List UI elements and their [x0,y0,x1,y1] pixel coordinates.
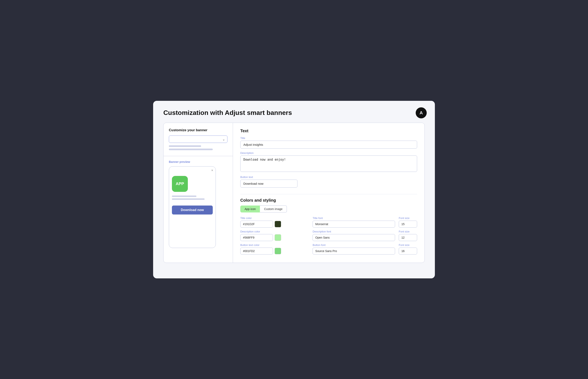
description-label: Description [240,151,417,155]
tab-app-icon[interactable]: App icon [240,205,260,212]
btn-size-group: Font size [399,243,417,254]
title-font-input[interactable] [313,221,395,228]
left-panel: Customize your banner ⌄ Banner preview ×… [163,123,233,263]
title-color-input[interactable] [240,221,273,228]
title-size-group: Font size [399,217,417,228]
skeleton-line-short [169,145,201,147]
btn-color-input[interactable] [240,248,273,254]
desc-font-label: Description font [313,230,395,233]
btn-font-group: Button font [313,243,395,254]
btn-font-label: Button font [313,243,395,247]
title-font-size-label: Font size [399,217,417,220]
desc-color-input[interactable] [240,234,273,241]
text-section-heading: Text [240,128,417,133]
title-label: Title [240,137,417,140]
skeleton-line-medium [169,149,213,150]
customize-title: Customize your banner [169,128,227,132]
close-icon[interactable]: × [211,169,213,172]
btn-color-label: Button text color [240,243,309,247]
desc-font-size-label: Font size [399,230,417,233]
banner-dropdown[interactable] [169,136,227,143]
desc-font-size-input[interactable] [399,234,417,241]
title-color-group: Title color [240,217,309,228]
page-title: Customization with Adjust smart banners [163,109,425,117]
desc-color-label: Description color [240,230,309,233]
phone-mockup: × APP Download now [169,166,216,248]
desc-color-swatch[interactable] [275,234,281,241]
preview-download-button[interactable]: Download now [172,205,213,215]
btn-font-size-label: Font size [399,243,417,247]
title-color-row: Title color Title font Font size [240,217,417,228]
colors-section-heading: Colors and styling [240,198,417,203]
page-container: Customization with Adjust smart banners … [153,101,435,278]
banner-preview-label: Banner preview [169,160,227,163]
preview-line-2 [172,198,205,200]
title-color-swatch[interactable] [275,221,281,227]
btn-color-group: Button text color [240,243,309,254]
button-text-input[interactable] [240,180,298,188]
right-panel: Text Title Description Download now and … [233,123,425,263]
title-font-group: Title font [313,217,395,228]
desc-font-group: Description font [313,230,395,241]
preview-line-1 [172,195,196,197]
preview-lines [172,195,213,200]
image-tab-group: App icon Custom image [240,205,417,212]
desc-color-row: Description color Description font Font … [240,230,417,241]
btn-font-input[interactable] [313,248,395,254]
desc-color-group: Description color [240,230,309,241]
desc-font-input[interactable] [313,234,395,241]
desc-size-group: Font size [399,230,417,241]
title-font-label: Title font [313,217,395,220]
btn-color-swatch[interactable] [275,248,281,254]
app-icon-block: APP [172,176,188,192]
description-input[interactable]: Download now and enjoy! [240,156,417,172]
title-color-label: Title color [240,217,309,220]
btn-color-row: Button text color Button font Font size [240,243,417,254]
button-text-label: Button text [240,175,417,179]
title-input[interactable] [240,141,417,149]
title-font-size-input[interactable] [399,221,417,228]
btn-font-size-input[interactable] [399,248,417,254]
main-panel: Customize your banner ⌄ Banner preview ×… [163,123,425,263]
tab-custom-image[interactable]: Custom image [260,205,287,212]
customize-section: Customize your banner ⌄ [163,123,233,156]
banner-dropdown-wrapper: ⌄ [169,136,227,143]
adjust-logo: A [416,107,427,118]
banner-preview-section: Banner preview × APP Download now [163,156,233,263]
